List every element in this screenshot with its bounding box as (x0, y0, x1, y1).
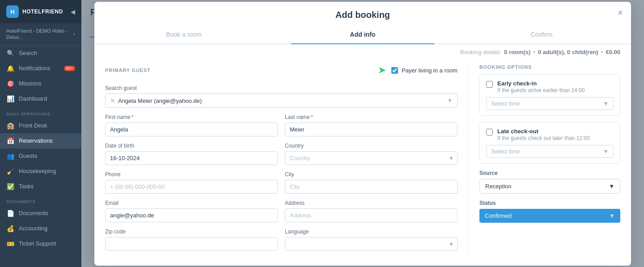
country-select-wrap: Country ▼ (285, 151, 458, 165)
payer-checkbox[interactable] (391, 67, 398, 74)
email-address-row: Email Address (105, 200, 458, 222)
step-add-info[interactable]: Add info (273, 26, 452, 43)
booking-guests: 0 adult(s), 0 child(ren) (538, 49, 598, 55)
sidebar-item-label: Guests (19, 153, 37, 159)
step-confirm[interactable]: Confirm (452, 26, 631, 43)
remove-guest-icon[interactable]: ✕ (110, 97, 115, 104)
sidebar-item-reservations[interactable]: 📅 Reservations (0, 133, 81, 148)
zip-input[interactable] (105, 237, 278, 251)
sidebar-item-accounting[interactable]: 💰 Accounting (0, 221, 81, 236)
source-chevron-icon: ▼ (609, 183, 614, 190)
section-label-documents: DOCUMENTS (0, 194, 81, 206)
sidebar-item-search[interactable]: 🔍 Search (0, 46, 81, 61)
notification-badge: 99+ (64, 66, 75, 71)
modal-body: PRIMARY GUEST ➤ Payer living in a room S… (94, 57, 631, 266)
phone-city-row: Phone City (105, 171, 458, 194)
payer-checkbox-label: Payer living in a room (402, 67, 458, 74)
section-label-daily: DAILY OPERATIONS (0, 106, 81, 118)
sidebar-item-label: Ticket Support (19, 240, 56, 247)
sidebar-item-tasks[interactable]: ✅ Tasks (0, 179, 81, 194)
dob-country-row: Date of birth Country Country ▼ (105, 143, 458, 165)
late-checkout-header: Late check-out If the guests check out l… (486, 128, 614, 141)
sidebar-item-guests[interactable]: 👥 Guests (0, 148, 81, 164)
booking-rooms: 0 room(s) (504, 49, 530, 55)
address-label: Address (285, 200, 458, 206)
sidebar-item-dashboard[interactable]: 📊 Dashboard (0, 91, 81, 106)
booking-details-bar: Booking details: 0 room(s) • 0 adult(s),… (94, 44, 631, 57)
main-content: Reservations Re... Add booking × Book a … (81, 0, 644, 267)
sidebar-item-label: Reservations (19, 137, 53, 144)
first-name-label: First name* (105, 114, 278, 120)
sidebar-item-front-desk[interactable]: 🏨 Front Desk (0, 118, 81, 133)
early-checkin-time-select[interactable]: Select time ▼ (486, 97, 614, 110)
sidebar-item-documents[interactable]: 📄 Documents (0, 206, 81, 221)
modal-header: Add booking × (94, 2, 631, 20)
sidebar-hotel[interactable]: HotelFriend - DEMO Hotel - Delux... › (0, 23, 81, 46)
language-select[interactable] (285, 237, 458, 251)
search-guest-group: Search guest ✕ Angela Meier (angie@yahoo… (105, 85, 458, 108)
logo-icon: H (6, 5, 19, 18)
step-book-room[interactable]: Book a room (94, 26, 273, 43)
sidebar-item-missions[interactable]: 🎯 Missions (0, 76, 81, 91)
sidebar-item-label: Tasks (19, 183, 34, 190)
booking-options-section: BOOKING OPTIONS Early check-in If the gu… (468, 64, 620, 257)
sidebar-item-ticket-support[interactable]: 🎫 Ticket Support (0, 236, 81, 251)
sidebar-item-label: Accounting (19, 225, 47, 232)
country-label: Country (285, 143, 458, 149)
email-input[interactable] (105, 208, 278, 222)
reservations-icon: 📅 (6, 137, 14, 144)
early-checkin-chevron-icon: ▼ (603, 100, 609, 107)
country-select[interactable]: Country (285, 151, 458, 165)
sidebar-item-label: Housekeeping (19, 168, 56, 174)
missions-icon: 🎯 (6, 80, 14, 87)
early-checkin-placeholder: Select time (491, 100, 520, 107)
status-field: Status Confirmed ▼ (479, 200, 620, 223)
status-chevron-icon: ▼ (609, 212, 615, 219)
sidebar-item-label: Documents (19, 210, 48, 216)
address-input[interactable] (285, 208, 458, 222)
late-checkout-checkbox[interactable] (486, 129, 493, 136)
sidebar-item-housekeeping[interactable]: 🧹 Housekeeping (0, 164, 81, 179)
early-checkin-checkbox[interactable] (486, 81, 493, 88)
early-checkin-title: Early check-in (497, 80, 585, 87)
hotel-chevron-icon: › (73, 31, 75, 37)
payer-row: ➤ Payer living in a room (378, 64, 458, 76)
modal-overlay: Add booking × Book a room Add info Confi… (81, 0, 644, 267)
city-input[interactable] (285, 180, 458, 194)
late-checkout-option: Late check-out If the guests check out l… (479, 122, 620, 164)
booking-options-label: BOOKING OPTIONS (479, 64, 620, 70)
primary-guest-section: PRIMARY GUEST ➤ Payer living in a room S… (105, 64, 468, 257)
first-name-group: First name* (105, 114, 278, 136)
first-name-input[interactable] (105, 123, 278, 136)
sidebar-item-label: Notifications (19, 65, 51, 72)
status-select[interactable]: Confirmed ▼ (479, 209, 620, 223)
dob-input[interactable] (105, 151, 278, 165)
sidebar-item-label: Missions (19, 80, 42, 87)
last-name-input[interactable] (285, 123, 458, 136)
email-group: Email (105, 200, 278, 222)
guest-tag[interactable]: ✕ Angela Meier (angie@yahoo.de) ▼ (105, 93, 458, 108)
status-label: Status (479, 200, 620, 206)
search-icon: 🔍 (6, 50, 14, 57)
late-checkout-time-select[interactable]: Select time ▼ (486, 145, 614, 158)
status-value: Confirmed (485, 212, 512, 219)
late-checkout-desc: If the guests check out later than 12:00 (497, 135, 590, 141)
sidebar-item-notifications[interactable]: 🔔 Notifications 99+ (0, 61, 81, 76)
source-value: Reception (485, 183, 512, 190)
collapse-icon[interactable]: ◀ (71, 8, 75, 15)
modal-close-button[interactable]: × (618, 8, 623, 17)
primary-guest-label: PRIMARY GUEST (105, 68, 150, 73)
booking-price: €0.00 (606, 49, 620, 55)
early-checkin-header: Early check-in If the guests arrive earl… (486, 80, 614, 93)
ticket-icon: 🎫 (6, 240, 14, 247)
documents-icon: 📄 (6, 210, 14, 217)
late-checkout-chevron-icon: ▼ (603, 148, 609, 155)
search-guest-label: Search guest (105, 85, 458, 91)
phone-input[interactable] (105, 180, 278, 194)
phone-label: Phone (105, 171, 278, 178)
source-select[interactable]: Reception ▼ (479, 179, 620, 194)
booking-details-label: Booking details: (460, 49, 501, 55)
name-row: First name* Last name* (105, 114, 458, 136)
zip-group: Zip code (105, 229, 278, 251)
last-name-label: Last name* (285, 114, 458, 120)
